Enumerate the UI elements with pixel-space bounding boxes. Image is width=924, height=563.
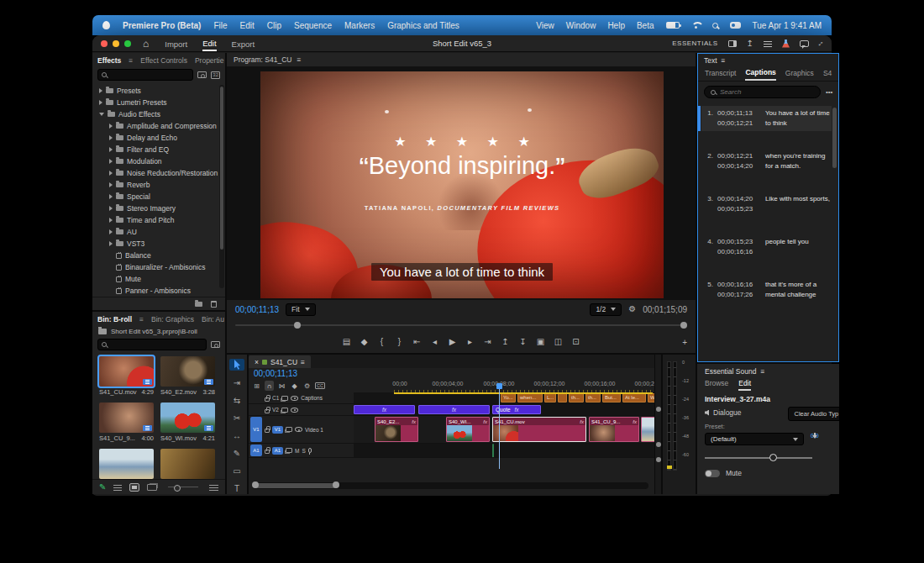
- caption-row-2[interactable]: 2. 00;00;12;2100;00;14;20 when you're tr…: [701, 149, 832, 174]
- caption-text[interactable]: when you're training for a match.: [765, 151, 830, 171]
- timeline-ruler[interactable]: 00;00 00;00;04;00 00;00;08;00 00;00;12;0…: [354, 379, 654, 392]
- step-back-icon[interactable]: ◂: [430, 338, 440, 346]
- panel-menu-icon[interactable]: ≡: [139, 315, 144, 324]
- mark-in-icon[interactable]: {: [377, 338, 387, 346]
- tree-item-audio-effects[interactable]: Audio Effects: [96, 108, 225, 120]
- solo-track-button[interactable]: S: [302, 448, 305, 454]
- ripple-edit-tool[interactable]: ⇆: [229, 394, 244, 406]
- caption-clip[interactable]: [558, 393, 567, 403]
- caption-clip[interactable]: Wh...: [648, 393, 654, 403]
- video-clip-s41-cu-9[interactable]: S41_CU_9...fx: [589, 417, 639, 442]
- wifi-icon[interactable]: [691, 22, 701, 29]
- clip-thumbnail[interactable]: [99, 403, 154, 433]
- more-options-icon[interactable]: •••: [826, 88, 832, 96]
- chevron-right-icon[interactable]: [99, 100, 102, 105]
- tree-item-mute[interactable]: Mute: [96, 273, 225, 285]
- timeline-timecode[interactable]: 00;00;11;13: [249, 368, 654, 379]
- delete-icon[interactable]: [211, 301, 217, 308]
- clip-thumbnail[interactable]: [160, 403, 215, 433]
- v2-lane[interactable]: fx fx Quotefx: [354, 404, 654, 415]
- multicam-icon[interactable]: ⊡: [571, 338, 581, 346]
- tab-graphics[interactable]: Graphics: [785, 69, 814, 80]
- zoom-handle-left[interactable]: [252, 481, 259, 488]
- accelerated-effects-icon[interactable]: [197, 71, 207, 78]
- v1-track-button[interactable]: V1: [272, 426, 283, 434]
- panel-menu-icon[interactable]: ≡: [722, 56, 726, 65]
- video-frame[interactable]: ★ ★ ★ ★ ★ “Beyond inspiring.” TATIANA NA…: [260, 71, 664, 298]
- panel-menu-icon[interactable]: ≡: [760, 367, 764, 376]
- tab-bin-audio[interactable]: Bin: Au: [202, 315, 224, 324]
- caption-clip[interactable]: th...: [569, 393, 584, 403]
- chevron-right-icon[interactable]: [109, 229, 113, 234]
- menu-help[interactable]: Help: [607, 21, 625, 30]
- caption-text[interactable]: You have a lot of time to think: [765, 108, 830, 129]
- chevron-right-icon[interactable]: [109, 147, 113, 152]
- lock-icon[interactable]: [265, 397, 270, 402]
- timeline-horizontal-scrollbar[interactable]: [252, 482, 648, 489]
- menu-edit[interactable]: Edit: [240, 21, 255, 30]
- tree-item-presets[interactable]: Presets: [96, 85, 225, 97]
- tab-export[interactable]: Export: [232, 37, 255, 50]
- lift-icon[interactable]: ↥: [501, 338, 511, 346]
- extract-icon[interactable]: ↧: [518, 338, 528, 346]
- sequence-tab[interactable]: × S41_CU ≡: [249, 355, 311, 368]
- snap-icon[interactable]: ∩: [265, 381, 274, 391]
- tree-item-balance[interactable]: Balance: [96, 250, 225, 261]
- menu-beta[interactable]: Beta: [637, 21, 654, 30]
- track-select-forward-tool[interactable]: ⇥: [229, 376, 244, 388]
- playhead-handle[interactable]: [496, 383, 502, 389]
- minimize-window-button[interactable]: [113, 40, 119, 47]
- clip-thumbnail[interactable]: [99, 356, 154, 387]
- tree-item-vst3[interactable]: VST3: [96, 238, 225, 250]
- linked-selection-icon[interactable]: ⋈: [277, 381, 286, 391]
- menu-view[interactable]: View: [536, 21, 554, 30]
- battery-icon[interactable]: [666, 22, 680, 29]
- tree-item-stereo-imagery[interactable]: Stereo Imagery: [96, 203, 225, 214]
- bin-search-field[interactable]: [110, 341, 202, 349]
- tab-bin-broll[interactable]: Bin: B-roll: [97, 315, 132, 324]
- tree-item-delay-echo[interactable]: Delay and Echo: [96, 132, 225, 144]
- v1-lane[interactable]: S40_E2...fx S40_WI...fx S41_CU.movfx S41…: [354, 416, 654, 443]
- panel-menu-icon[interactable]: ≡: [129, 56, 133, 65]
- button-editor-icon[interactable]: +: [682, 338, 687, 347]
- chevron-right-icon[interactable]: [109, 135, 113, 140]
- settings-wrench-icon[interactable]: ⚙: [302, 381, 312, 391]
- v1-source-patch[interactable]: V1: [250, 417, 262, 442]
- chevron-right-icon[interactable]: [109, 159, 113, 164]
- mute-toggle[interactable]: [705, 470, 720, 477]
- scrubber-playhead[interactable]: [294, 322, 301, 329]
- clip-thumbnail[interactable]: [160, 449, 215, 479]
- scrollbar-thumb[interactable]: [254, 483, 338, 488]
- workspace-icon[interactable]: [728, 40, 737, 47]
- marker-icon[interactable]: ◆: [290, 381, 299, 391]
- a1-track-button[interactable]: A1: [272, 447, 283, 455]
- menu-bar-clock[interactable]: Tue Apr 1 9:41 AM: [753, 21, 822, 30]
- lock-icon[interactable]: [265, 409, 270, 413]
- clarity-slider[interactable]: [705, 453, 812, 463]
- tab-browse[interactable]: Browse: [705, 379, 728, 391]
- effects-scrollbar[interactable]: [219, 85, 224, 288]
- list-view-icon[interactable]: [113, 484, 122, 491]
- program-scrubber[interactable]: [235, 318, 687, 332]
- video-clip-s40-wi[interactable]: S40_WI...fx: [446, 417, 490, 442]
- close-window-button[interactable]: [101, 40, 108, 47]
- chevron-right-icon[interactable]: [109, 124, 113, 129]
- caption-clip[interactable]: At le...: [622, 393, 646, 403]
- track-badge-icon[interactable]: [281, 408, 288, 413]
- caption-row-1[interactable]: 1. 00;00;11;1300;00;12;21 You have a lot…: [701, 106, 832, 131]
- track-badge-icon[interactable]: [286, 448, 292, 453]
- caption-clip[interactable]: th...: [585, 393, 601, 403]
- tab-transcript[interactable]: Transcript: [705, 69, 736, 80]
- apple-logo-icon[interactable]: [102, 21, 110, 29]
- captions-scrollbar[interactable]: [832, 108, 837, 168]
- track-visibility-icon[interactable]: [295, 427, 302, 432]
- workspace-label[interactable]: ESSENTIALS: [672, 39, 717, 47]
- track-badge-icon[interactable]: [281, 396, 288, 401]
- caption-row-5[interactable]: 5. 00;00;16;1600;00;17;26 that it's more…: [701, 277, 832, 303]
- freeform-view-icon[interactable]: [147, 484, 157, 491]
- new-item-icon[interactable]: [211, 341, 220, 348]
- pen-tool[interactable]: ✎: [229, 447, 244, 459]
- caption-clip[interactable]: Yo...: [501, 393, 516, 403]
- comparison-view-icon[interactable]: ◫: [554, 338, 564, 346]
- lock-icon[interactable]: [265, 429, 270, 433]
